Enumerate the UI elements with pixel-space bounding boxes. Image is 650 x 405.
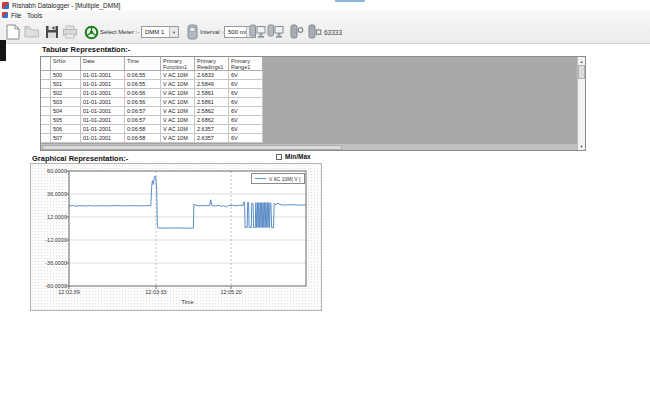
- row-selector: [41, 107, 51, 116]
- interval-value: 500 ms: [228, 29, 248, 35]
- table-row[interactable]: 50301-01-20010:06:56V AC 10M2.58616V: [41, 98, 263, 107]
- table-cell: 2.6862: [195, 116, 229, 125]
- table-cell: 6V: [229, 71, 263, 80]
- table-cell: 0:06:57: [125, 116, 161, 125]
- select-meter-dropdown[interactable]: DMM 1 ▼: [141, 26, 179, 38]
- y-tick-label: -36.0000: [33, 260, 67, 266]
- chart: V AC 10M[ V ] Time 60.000036.000012.0000…: [30, 163, 322, 311]
- vertical-scrollbar[interactable]: ▲ ▼: [577, 57, 585, 150]
- interval-label: Interval :-: [200, 29, 225, 35]
- window-title: Rishabh Datalogger - [Multiple_DMM]: [12, 2, 120, 9]
- browser-tab-indicator: [335, 0, 365, 2]
- table-cell: V AC 10M: [161, 116, 195, 125]
- table-cell: 504: [51, 107, 81, 116]
- table-cell: V AC 10M: [161, 134, 195, 143]
- y-tick-label: -12.0000: [33, 237, 67, 243]
- hscroll-thumb[interactable]: [42, 145, 342, 150]
- x-tick-label: 12:03:33: [134, 289, 178, 295]
- table-cell: 6V: [229, 98, 263, 107]
- table-cell: 505: [51, 116, 81, 125]
- selector-header: [41, 57, 51, 71]
- print-icon[interactable]: [61, 23, 79, 41]
- app-icon-small: [2, 12, 8, 18]
- new-file-icon[interactable]: [4, 23, 22, 41]
- y-tick-label: 36.0000: [33, 191, 67, 197]
- table-cell: V AC 10M: [161, 89, 195, 98]
- x-tick-label: 12:02:39: [47, 289, 91, 295]
- title-bar: Rishabh Datalogger - [Multiple_DMM]: [0, 0, 650, 11]
- x-axis-title: Time: [168, 299, 208, 305]
- sample-counter: 63333: [324, 29, 342, 36]
- scroll-up-icon[interactable]: ▲: [578, 57, 585, 65]
- table-row[interactable]: 50601-01-20010:06:58V AC 10M2.63576V: [41, 125, 263, 134]
- table-row[interactable]: 50701-01-20010:06:58V AC 10M2.63576V: [41, 134, 263, 143]
- table-cell: 6V: [229, 134, 263, 143]
- table-header-row: SrNoDateTimePrimary Function1Primary Rea…: [41, 57, 263, 71]
- graphical-section-label: Graphical Representation:-: [32, 154, 128, 163]
- horizontal-scrollbar[interactable]: [41, 143, 578, 150]
- app-icon: [2, 2, 9, 9]
- meter-log-icon-1[interactable]: [288, 23, 306, 41]
- table-row[interactable]: 50101-01-20010:06:55V AC 10M2.58496V: [41, 80, 263, 89]
- table-cell: 6V: [229, 107, 263, 116]
- table-cell: 0:06:58: [125, 125, 161, 134]
- meter-log-icon-2[interactable]: [306, 23, 324, 41]
- table-cell: 01-01-2001: [81, 125, 125, 134]
- table-row[interactable]: 50401-01-20010:06:57V AC 10M2.58626V: [41, 107, 263, 116]
- table-cell: 2.5861: [195, 98, 229, 107]
- table-cell: 2.6833: [195, 71, 229, 80]
- table-cell: V AC 10M: [161, 80, 195, 89]
- table-cell: V AC 10M: [161, 71, 195, 80]
- table-cell: 01-01-2001: [81, 134, 125, 143]
- save-icon[interactable]: [43, 23, 61, 41]
- row-selector: [41, 134, 51, 143]
- table-cell: 2.6357: [195, 125, 229, 134]
- table-cell: 01-01-2001: [81, 98, 125, 107]
- table-grid: SrNoDateTimePrimary Function1Primary Rea…: [41, 57, 263, 143]
- table-cell: 0:06:55: [125, 80, 161, 89]
- toolbar: Select Meter :- DMM 1 ▼ Interval :- 500 …: [0, 20, 650, 44]
- table-cell: 01-01-2001: [81, 71, 125, 80]
- table-cell: 2.5849: [195, 80, 229, 89]
- table-cell: V AC 10M: [161, 98, 195, 107]
- legend-line-sample: [255, 178, 266, 179]
- menu-bar: File Tools: [0, 11, 650, 20]
- meter-icon[interactable]: [183, 23, 201, 41]
- menu-tools[interactable]: Tools: [27, 12, 42, 19]
- chart-legend: V AC 10M[ V ]: [251, 173, 305, 184]
- column-header[interactable]: SrNo: [51, 57, 81, 71]
- table-cell: 6V: [229, 80, 263, 89]
- data-table: SrNoDateTimePrimary Function1Primary Rea…: [40, 56, 586, 151]
- table-row[interactable]: 50201-01-20010:06:56V AC 10M2.58616V: [41, 89, 263, 98]
- table-row[interactable]: 50001-01-20010:06:55V AC 10M2.68336V: [41, 71, 263, 80]
- meter-to-pc-icon-1[interactable]: [248, 23, 266, 41]
- menu-file[interactable]: File: [11, 12, 21, 19]
- table-cell: V AC 10M: [161, 125, 195, 134]
- open-file-icon[interactable]: [23, 23, 41, 41]
- scroll-down-icon[interactable]: ▼: [578, 142, 585, 150]
- meter-to-pc-icon-2[interactable]: [266, 23, 284, 41]
- table-row[interactable]: 50501-01-20010:06:57V AC 10M2.68626V: [41, 116, 263, 125]
- connect-meter-icon[interactable]: [82, 23, 100, 41]
- table-cell: 503: [51, 98, 81, 107]
- row-selector: [41, 98, 51, 107]
- table-cell: 2.5862: [195, 107, 229, 116]
- table-cell: 2.5861: [195, 89, 229, 98]
- table-cell: 01-01-2001: [81, 116, 125, 125]
- table-cell: 6V: [229, 116, 263, 125]
- y-tick-label: 60.0000: [33, 168, 67, 174]
- column-header[interactable]: Primary Range1: [229, 57, 263, 71]
- table-cell: 502: [51, 89, 81, 98]
- column-header[interactable]: Primary Function1: [161, 57, 195, 71]
- row-selector: [41, 71, 51, 80]
- minmax-toggle[interactable]: Min/Max: [276, 153, 311, 160]
- chevron-down-icon[interactable]: ▼: [169, 27, 178, 37]
- minmax-checkbox[interactable]: [276, 154, 282, 160]
- column-header[interactable]: Date: [81, 57, 125, 71]
- vscroll-thumb[interactable]: [578, 65, 585, 79]
- dock-edge: [0, 40, 6, 61]
- table-cell: 01-01-2001: [81, 89, 125, 98]
- column-header[interactable]: Primary Readings1: [195, 57, 229, 71]
- column-header[interactable]: Time: [125, 57, 161, 71]
- table-cell: 0:06:56: [125, 89, 161, 98]
